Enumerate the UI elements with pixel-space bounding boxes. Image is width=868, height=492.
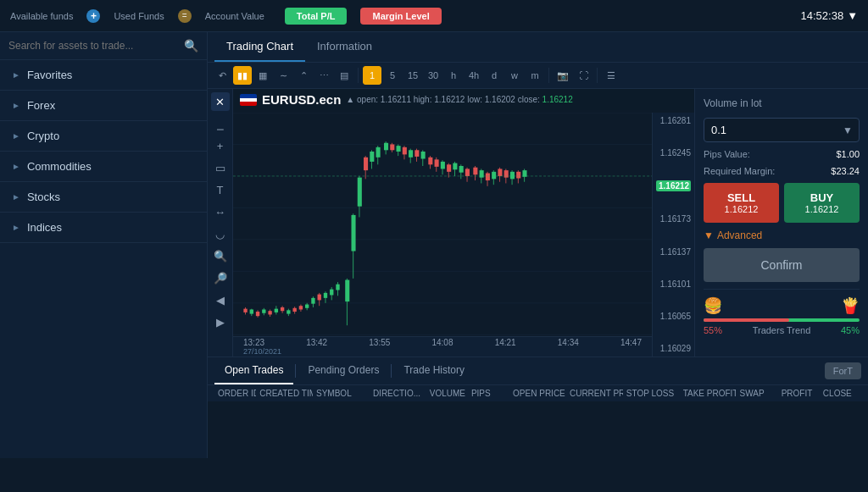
tab-trade-history[interactable]: Trade History [393,357,475,384]
candle-chart-btn[interactable]: ▮▮ [233,66,252,85]
chart-ohlc: ▲ open: 1.16211 high: 1.16212 low: 1.162… [346,95,572,104]
zoom-in-btn[interactable]: 🔍 [211,246,230,265]
svg-rect-85 [486,174,490,181]
svg-rect-19 [275,309,278,312]
margin-info-row: Required Margin: $23.24 [704,166,860,176]
bottom-action-button[interactable]: ForT [825,362,861,379]
cursor-tool-btn[interactable]: ↶ [213,66,231,85]
volume-select[interactable]: 0.1 0.5 1.0 [704,118,860,142]
tf-m-btn[interactable]: m [526,66,544,85]
svg-rect-31 [311,298,314,304]
svg-rect-67 [428,158,432,165]
toolbar-separator-2 [548,68,549,83]
tf-5-btn[interactable]: 5 [383,66,402,85]
close-chart-btn[interactable]: ✕ [211,92,230,111]
bottom-tabs: Open Trades Pending Orders Trade History… [208,357,868,385]
chevron-right-icon: ► [12,223,20,232]
sidebar: 🔍 ► Favorites ► Forex ► Crypto ► Commodi… [0,32,208,458]
th-current-price: CURRENT PRI... [566,389,623,398]
sidebar-item-indices[interactable]: ► Indices [0,213,207,243]
chevron-right-icon: ► [12,70,20,80]
sidebar-item-commodities[interactable]: ► Commodities [0,152,207,182]
svg-rect-73 [447,164,451,172]
svg-rect-63 [415,150,419,157]
sidebar-item-forex[interactable]: ► Forex [0,91,207,121]
margin-level-button[interactable]: Margin Level [360,8,441,25]
eq-separator: = [178,9,192,23]
svg-rect-75 [453,163,457,170]
magnet-btn[interactable]: ◡ [211,224,230,243]
confirm-button[interactable]: Confirm [704,248,860,282]
equals-icon: = [178,9,192,23]
chevron-right-icon: ► [12,192,20,202]
svg-rect-23 [287,310,290,313]
plus-separator: + [86,9,100,23]
toolbar-separator [358,68,359,83]
svg-rect-77 [459,166,464,173]
tf-15-btn[interactable]: 15 [403,66,422,85]
search-input[interactable] [8,40,179,52]
chart-canvas-container: EURUSD.ecn ▲ open: 1.16211 high: 1.16212… [233,89,694,357]
tf-d-btn[interactable]: d [485,66,504,85]
chevron-right-icon: ► [12,162,20,171]
sell-button[interactable]: SELL 1.16212 [704,183,779,223]
clock: 14:52:38 ▼ [801,9,858,22]
sidebar-item-favorites[interactable]: ► Favorites [0,60,207,91]
advanced-toggle[interactable]: ▼ Advanced [704,229,860,241]
ruler-btn[interactable]: ↔ [211,202,230,221]
bar-chart-btn[interactable]: ▦ [253,66,272,85]
total-pl-button[interactable]: Total P/L [285,8,348,25]
sidebar-item-stocks[interactable]: ► Stocks [0,182,207,213]
zoom-out-btn[interactable]: 🔎 [211,268,230,287]
dropdown-icon[interactable]: ▼ [847,9,858,22]
sidebar-item-crypto[interactable]: ► Crypto [0,121,207,152]
camera-btn[interactable]: 📷 [554,66,572,85]
tab-open-trades[interactable]: Open Trades [214,357,293,384]
svg-rect-79 [465,169,470,176]
search-icon[interactable]: 🔍 [184,39,198,53]
bear-bar [704,318,789,322]
tab-pending-orders[interactable]: Pending Orders [298,357,389,384]
tf-30-btn[interactable]: 30 [424,66,442,85]
draw-line-btn[interactable]: ⎯ [211,114,230,133]
time-axis: 13:23 13:42 13:55 14:08 14:21 14:34 14:4… [233,336,652,357]
chart-tabs: Trading Chart Information [208,32,868,63]
crosshair-btn[interactable]: + [211,136,230,155]
fullscreen-btn[interactable]: ⛶ [574,66,593,85]
trade-buttons: SELL 1.16212 BUY 1.16212 [704,183,860,223]
svg-rect-95 [516,172,520,179]
text-btn[interactable]: T [211,180,230,199]
tf-1-btn[interactable]: 1 [363,66,381,85]
buy-button[interactable]: BUY 1.16212 [784,183,860,223]
th-direction: DIRECTIO... [370,389,426,398]
svg-rect-65 [421,152,426,159]
tf-4h-btn[interactable]: 4h [465,66,483,85]
line-chart-btn[interactable]: ∼ [274,66,292,85]
mountain-chart-btn[interactable]: ⌃ [294,66,313,85]
th-profit: PROFIT [778,389,820,398]
chevron-right-icon: ► [12,131,20,141]
th-symbol: SYMBOL [313,389,370,398]
tab-information[interactable]: Information [305,32,384,62]
svg-rect-15 [262,309,265,312]
svg-rect-51 [376,147,381,158]
tab-trading-chart[interactable]: Trading Chart [214,32,305,62]
search-bar: 🔍 [0,32,207,60]
svg-rect-83 [480,170,484,178]
tf-w-btn[interactable]: w [505,66,524,85]
dots-chart-btn[interactable]: ⋯ [314,66,333,85]
settings-btn[interactable]: ☰ [602,66,620,85]
svg-rect-69 [435,159,439,167]
bear-icon-small: ▼ [704,229,714,241]
chart-toolbar: ↶ ▮▮ ▦ ∼ ⌃ ⋯ ▤ 1 5 15 30 h 4h d w m 📷 ⛶ [208,63,868,89]
extra-chart-btn[interactable]: ▤ [335,66,353,85]
bottom-panel: Open Trades Pending Orders Trade History… [208,357,868,458]
tf-h-btn[interactable]: h [444,66,463,85]
svg-rect-13 [256,312,259,316]
arrow-left-btn[interactable]: ◀ [211,290,230,309]
arrow-right-btn[interactable]: ▶ [211,312,230,331]
svg-rect-9 [243,309,247,312]
rect-btn[interactable]: ▭ [211,158,230,177]
svg-rect-89 [498,169,502,176]
svg-rect-11 [250,309,253,313]
